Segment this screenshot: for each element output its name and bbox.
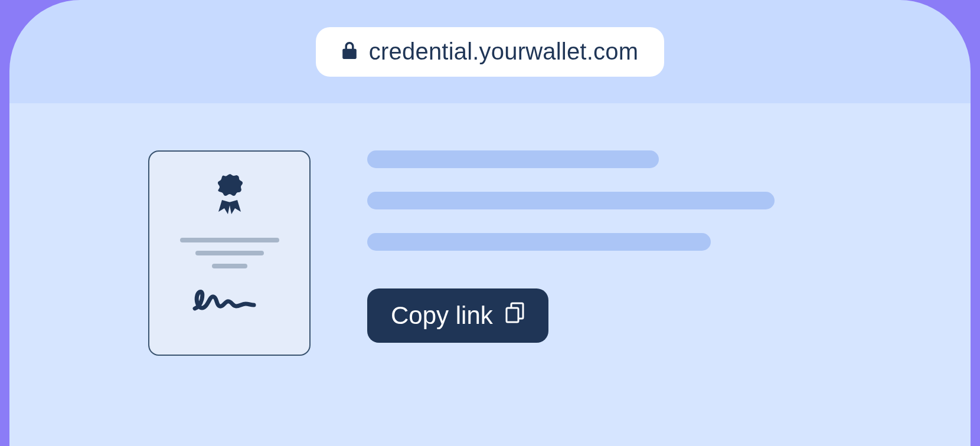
lock-icon bbox=[342, 42, 357, 62]
signature-icon bbox=[191, 268, 268, 314]
copy-link-button[interactable]: Copy link bbox=[367, 288, 548, 343]
address-bar-area: credential.yourwallet.com bbox=[9, 0, 971, 103]
award-seal-icon bbox=[211, 173, 248, 224]
browser-window: credential.yourwallet.com bbox=[9, 0, 971, 446]
certificate-text-line bbox=[180, 238, 279, 242]
address-bar[interactable]: credential.yourwallet.com bbox=[316, 27, 664, 77]
certificate-text-line bbox=[212, 264, 247, 268]
placeholder-line bbox=[367, 192, 775, 209]
placeholder-line bbox=[367, 233, 711, 251]
placeholder-line bbox=[367, 150, 659, 168]
address-url: credential.yourwallet.com bbox=[369, 38, 638, 65]
svg-rect-0 bbox=[507, 308, 518, 322]
certificate-text-line bbox=[195, 251, 264, 255]
credential-details-column: Copy link bbox=[367, 150, 971, 446]
copy-link-button-label: Copy link bbox=[391, 301, 493, 330]
certificate-card bbox=[148, 150, 311, 356]
copy-icon bbox=[505, 301, 525, 330]
page-content: Copy link bbox=[9, 103, 971, 446]
credential-preview-column bbox=[9, 150, 311, 446]
